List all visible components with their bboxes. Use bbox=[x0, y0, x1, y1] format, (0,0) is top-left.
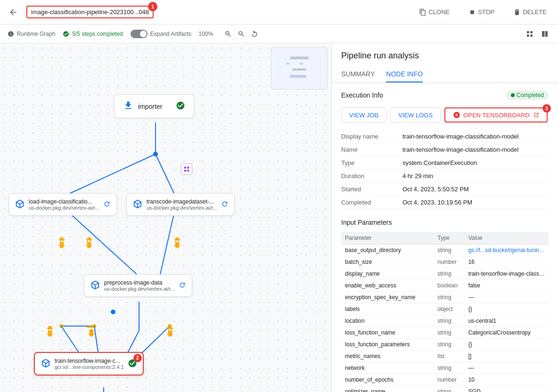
table-row: networkstring— bbox=[341, 362, 549, 374]
svg-point-11 bbox=[59, 324, 63, 328]
grid-view-button[interactable] bbox=[524, 28, 535, 40]
table-row: encryption_spec_key_namestring— bbox=[341, 292, 549, 303]
panel-content: Execution Info Completed VIEW JOB VIEW L… bbox=[332, 83, 558, 392]
param-type: string bbox=[434, 315, 464, 327]
transcode-icon bbox=[132, 199, 143, 211]
type-val: system.ContainerExecution bbox=[402, 159, 549, 166]
param-value: 16 bbox=[465, 256, 549, 268]
graph-panel[interactable]: importer load-image-classificatio... us-… bbox=[0, 43, 332, 392]
stop-button[interactable]: STOP bbox=[463, 6, 500, 19]
param-name: metric_names bbox=[341, 351, 434, 362]
param-value: — bbox=[465, 292, 549, 303]
panel-header: Pipeline run analysis SUMMARY NODE INFO bbox=[332, 43, 558, 83]
status-badge: Completed bbox=[506, 90, 549, 100]
type-key: Type bbox=[341, 159, 402, 166]
expand-artifacts-toggle[interactable] bbox=[131, 30, 148, 38]
param-value: false bbox=[465, 280, 549, 292]
load-node[interactable]: load-image-classificatio... us-docker.pk… bbox=[8, 193, 117, 216]
zoom-level: 100% bbox=[199, 31, 213, 37]
preprocess-sub: us-docker.pkg.dev/vertex-ai/r... bbox=[104, 286, 175, 292]
train-sub: gcr.io/...line-components:2.4.1 bbox=[55, 364, 124, 370]
load-icon bbox=[15, 199, 25, 211]
execution-info: Execution Info Completed bbox=[341, 90, 549, 100]
input-parameters-section: Input Parameters Parameter Type Value ba… bbox=[341, 219, 549, 392]
view-job-button[interactable]: VIEW JOB bbox=[341, 107, 386, 122]
col-parameter: Parameter bbox=[341, 232, 434, 245]
col-value: Value bbox=[465, 232, 549, 245]
right-panel: Pipeline run analysis SUMMARY NODE INFO … bbox=[332, 43, 558, 392]
table-row: labelsobject{} bbox=[341, 303, 549, 315]
param-type: string bbox=[434, 386, 464, 392]
preprocess-info: preprocess-image-data us-docker.pkg.dev/… bbox=[104, 279, 175, 292]
completed-val: Oct 4, 2023, 10:19:56 PM bbox=[402, 199, 549, 206]
started-val: Oct 4, 2023, 5:50:52 PM bbox=[402, 186, 549, 193]
open-tensorboard-button[interactable]: OPEN TENSORBOARD 3 bbox=[444, 107, 548, 122]
junction-icon-1 bbox=[57, 237, 67, 248]
param-type: string bbox=[434, 268, 464, 280]
param-value: [] bbox=[465, 351, 549, 362]
split-view-button[interactable] bbox=[539, 28, 550, 40]
pipeline-name: image-classification-pipeline-2023100...… bbox=[31, 8, 149, 16]
input-parameters-title: Input Parameters bbox=[341, 219, 549, 226]
param-value: {} bbox=[465, 303, 549, 315]
zoom-out-button[interactable] bbox=[236, 28, 247, 40]
tab-node-info[interactable]: NODE INFO bbox=[386, 66, 423, 82]
mini-map-content bbox=[271, 48, 327, 89]
preprocess-node[interactable]: preprocess-image-data us-docker.pkg.dev/… bbox=[84, 274, 192, 297]
execution-info-label: Execution Info bbox=[341, 91, 383, 99]
name-key: Name bbox=[341, 146, 402, 153]
back-button[interactable] bbox=[6, 5, 21, 20]
view-buttons bbox=[524, 28, 550, 40]
zoom-in-button[interactable] bbox=[222, 28, 234, 40]
delete-label: DELETE bbox=[523, 8, 547, 16]
param-type: string bbox=[434, 339, 464, 351]
view-logs-button[interactable]: VIEW LOGS bbox=[390, 107, 441, 122]
param-type: list bbox=[434, 351, 464, 362]
info-row-display-name: Display name train-tensorflow-image-clas… bbox=[341, 130, 549, 143]
param-name: location bbox=[341, 315, 434, 327]
expand-artifacts-label: Expand Artifacts bbox=[150, 31, 191, 37]
transcode-sub: us-docker.pkg.dev/vertex-ai/r... bbox=[147, 205, 217, 211]
badge-2: 2 bbox=[133, 354, 142, 362]
importer-node[interactable]: importer bbox=[114, 94, 194, 118]
mini-map bbox=[271, 47, 328, 90]
param-type: string bbox=[434, 245, 464, 256]
zoom-reset-button[interactable] bbox=[249, 28, 260, 40]
table-row: enable_web_accessbooleanfalse bbox=[341, 280, 549, 292]
zoom-controls bbox=[222, 28, 260, 40]
panel-tabs: SUMMARY NODE INFO bbox=[341, 66, 549, 82]
clone-button[interactable]: CLONE bbox=[413, 6, 455, 19]
param-type: object bbox=[434, 303, 464, 315]
train-name: train-tensorflow-image-c... bbox=[55, 358, 124, 364]
svg-line-6 bbox=[68, 212, 137, 274]
view-job-label: VIEW JOB bbox=[349, 112, 378, 119]
param-name: batch_size bbox=[341, 256, 434, 268]
svg-point-1 bbox=[153, 152, 158, 156]
grid-connector bbox=[181, 163, 192, 175]
train-icon bbox=[41, 358, 51, 370]
train-node[interactable]: train-tensorflow-image-c... gcr.io/...li… bbox=[34, 352, 144, 376]
transcode-node[interactable]: transcode-imagedataset-... us-docker.pkg… bbox=[126, 193, 235, 216]
param-value: 10 bbox=[465, 374, 549, 386]
table-row: base_output_directorystringgs://l...sd-b… bbox=[341, 245, 549, 256]
header: image-classification-pipeline-2023100...… bbox=[0, 0, 558, 24]
clone-label: CLONE bbox=[428, 8, 450, 16]
table-row: locationstringus-central1 bbox=[341, 315, 549, 327]
load-refresh bbox=[103, 200, 111, 209]
runtime-graph-item[interactable]: Runtime Graph bbox=[8, 31, 55, 37]
table-row: loss_function_namestringCategoricalCross… bbox=[341, 327, 549, 339]
badge-3: 3 bbox=[542, 104, 551, 113]
action-buttons: VIEW JOB VIEW LOGS OPEN TENSORBOARD 3 bbox=[341, 107, 549, 122]
tab-summary[interactable]: SUMMARY bbox=[341, 66, 375, 82]
table-row: loss_function_parametersstring{} bbox=[341, 339, 549, 351]
pipeline-name-box: image-classification-pipeline-2023100...… bbox=[26, 6, 154, 18]
stop-label: STOP bbox=[478, 8, 494, 16]
param-name: encryption_spec_key_name bbox=[341, 292, 434, 303]
transcode-info: transcode-imagedataset-... us-docker.pkg… bbox=[147, 198, 217, 211]
param-type: string bbox=[434, 292, 464, 303]
junction-icon-6 bbox=[165, 326, 175, 336]
param-value[interactable]: gs://l...sd-bucket/genai-tuning-exper bbox=[465, 245, 549, 256]
expand-artifacts-item[interactable]: Expand Artifacts bbox=[131, 30, 191, 38]
delete-button[interactable]: DELETE bbox=[508, 6, 552, 19]
info-row-duration: Duration 4 hr 29 min bbox=[341, 170, 549, 183]
